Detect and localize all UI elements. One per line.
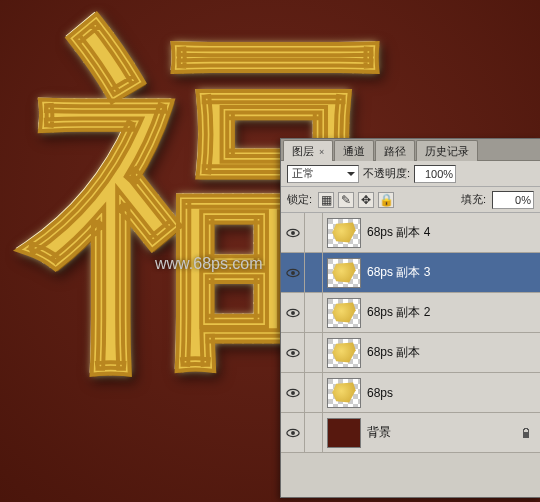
svg-point-11 (291, 431, 295, 435)
layer-thumbnail[interactable] (327, 418, 361, 448)
layer-name: 68ps 副本 3 (367, 264, 430, 281)
layer-name: 68ps 副本 (367, 344, 420, 361)
eye-icon (286, 308, 300, 318)
svg-point-7 (291, 351, 295, 355)
opacity-input[interactable]: 100% (414, 165, 456, 183)
layers-list: 68ps 副本 468ps 副本 368ps 副本 268ps 副本68ps背景 (281, 213, 540, 497)
link-cell[interactable] (305, 293, 323, 332)
tab-layers[interactable]: 图层 × (283, 140, 333, 161)
tab-paths-label: 路径 (384, 145, 406, 157)
eye-icon (286, 428, 300, 438)
visibility-toggle[interactable] (281, 373, 305, 412)
fill-value: 0% (515, 194, 531, 206)
layer-name: 背景 (367, 424, 391, 441)
fill-input[interactable]: 0% (492, 191, 534, 209)
lock-all-icon[interactable]: 🔒 (378, 192, 394, 208)
layers-panel: 图层 × 通道 路径 历史记录 正常 不透明度: 100% 锁定: ▦ ✎ ✥ … (280, 138, 540, 498)
link-cell[interactable] (305, 253, 323, 292)
panel-controls-row1: 正常 不透明度: 100% (281, 161, 540, 187)
svg-point-3 (291, 271, 295, 275)
visibility-toggle[interactable] (281, 213, 305, 252)
blend-mode-value: 正常 (292, 166, 314, 181)
tab-close-icon[interactable]: × (319, 147, 324, 157)
visibility-toggle[interactable] (281, 293, 305, 332)
tab-paths[interactable]: 路径 (375, 140, 415, 161)
layer-name: 68ps 副本 4 (367, 224, 430, 241)
lock-icon (520, 427, 532, 439)
svg-point-9 (291, 391, 295, 395)
fill-label: 填充: (461, 192, 486, 207)
tab-channels-label: 通道 (343, 145, 365, 157)
blend-mode-select[interactable]: 正常 (287, 165, 359, 183)
tab-history-label: 历史记录 (425, 145, 469, 157)
lock-position-icon[interactable]: ✥ (358, 192, 374, 208)
layer-name: 68ps 副本 2 (367, 304, 430, 321)
panel-tabs: 图层 × 通道 路径 历史记录 (281, 139, 540, 161)
visibility-toggle[interactable] (281, 253, 305, 292)
layer-thumbnail[interactable] (327, 338, 361, 368)
svg-point-1 (291, 231, 295, 235)
eye-icon (286, 228, 300, 238)
panel-controls-row2: 锁定: ▦ ✎ ✥ 🔒 填充: 0% (281, 187, 540, 213)
lock-toggle-group: ▦ ✎ ✥ 🔒 (318, 192, 394, 208)
layer-row[interactable]: 68ps 副本 3 (281, 253, 540, 293)
lock-transparency-icon[interactable]: ▦ (318, 192, 334, 208)
layer-thumbnail[interactable] (327, 298, 361, 328)
layer-row[interactable]: 68ps 副本 (281, 333, 540, 373)
tab-channels[interactable]: 通道 (334, 140, 374, 161)
visibility-toggle[interactable] (281, 413, 305, 452)
layer-thumbnail[interactable] (327, 378, 361, 408)
link-cell[interactable] (305, 333, 323, 372)
eye-icon (286, 348, 300, 358)
watermark-center: www.68ps.com (155, 255, 263, 273)
tab-history[interactable]: 历史记录 (416, 140, 478, 161)
layer-thumbnail[interactable] (327, 258, 361, 288)
eye-icon (286, 268, 300, 278)
opacity-label: 不透明度: (363, 166, 410, 181)
opacity-value: 100% (425, 168, 453, 180)
layer-thumbnail[interactable] (327, 218, 361, 248)
link-cell[interactable] (305, 213, 323, 252)
lock-pixels-icon[interactable]: ✎ (338, 192, 354, 208)
layer-row[interactable]: 68ps 副本 2 (281, 293, 540, 333)
tab-layers-label: 图层 (292, 145, 314, 157)
lock-label: 锁定: (287, 192, 312, 207)
eye-icon (286, 388, 300, 398)
layer-row[interactable]: 68ps (281, 373, 540, 413)
layer-row[interactable]: 68ps 副本 4 (281, 213, 540, 253)
layer-row[interactable]: 背景 (281, 413, 540, 453)
layer-name: 68ps (367, 386, 393, 400)
link-cell[interactable] (305, 373, 323, 412)
visibility-toggle[interactable] (281, 333, 305, 372)
svg-point-5 (291, 311, 295, 315)
link-cell[interactable] (305, 413, 323, 452)
